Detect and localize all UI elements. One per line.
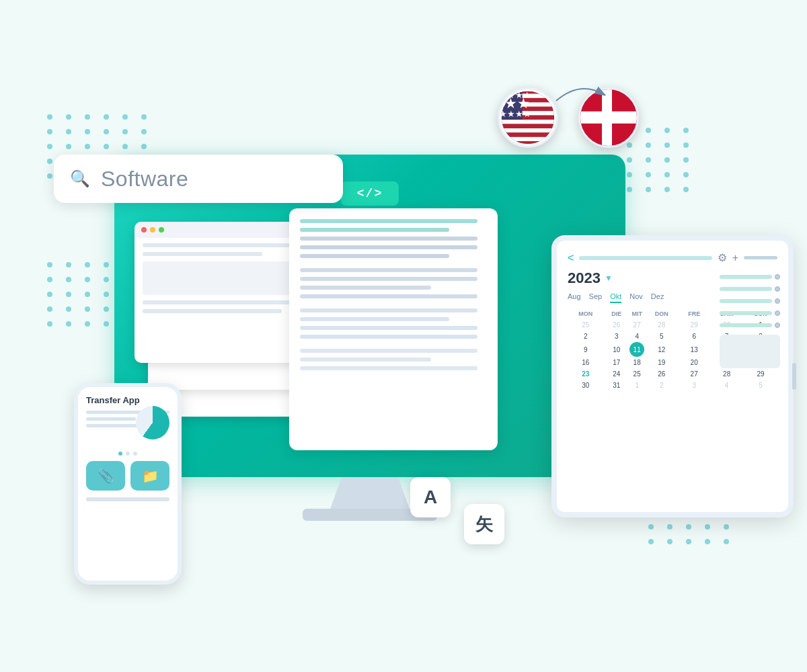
svg-rect-14 xyxy=(500,141,556,145)
monitor-stand xyxy=(330,477,410,511)
dot-3 xyxy=(133,452,137,456)
svg-text:★★★★★: ★★★★★ xyxy=(500,90,531,100)
dot-2 xyxy=(126,452,130,456)
month-okt[interactable]: Okt xyxy=(610,292,621,303)
phone-folder-button[interactable]: 📁 xyxy=(130,461,169,491)
calendar-sidebar-item xyxy=(720,298,780,304)
calendar-nav-bar xyxy=(579,256,712,260)
weekday-mon: MON xyxy=(568,308,604,319)
main-scene: for(let i=0;i<30;i++) document.write('<d… xyxy=(34,34,773,638)
svg-text:★★★★★: ★★★★★ xyxy=(500,109,531,119)
weekday-fre: FRE xyxy=(679,308,709,319)
svg-rect-9 xyxy=(500,120,556,124)
table-row: 30 31 1 2 3 4 5 xyxy=(568,380,777,391)
search-input-value: Software xyxy=(101,167,188,192)
latin-letter: A xyxy=(424,487,437,508)
svg-rect-12 xyxy=(500,132,556,136)
phone-pagination-dots xyxy=(86,452,169,456)
year-dropdown-arrow[interactable]: ▼ xyxy=(605,274,613,283)
phone-footer-bar xyxy=(86,497,169,501)
phone-line xyxy=(86,417,136,421)
month-dez[interactable]: Dez xyxy=(651,292,664,303)
phone-app: Transfer App 📎 📁 xyxy=(74,383,182,585)
dot-1 xyxy=(118,452,122,456)
monitor: </> xyxy=(114,155,625,477)
add-icon[interactable]: + xyxy=(732,252,738,264)
svg-rect-10 xyxy=(500,124,556,128)
weekday-mit: MIT xyxy=(629,308,644,319)
calendar-nav-header: < ⚙ + xyxy=(568,251,777,264)
search-icon: 🔍 xyxy=(70,169,90,188)
settings-icon[interactable]: ⚙ xyxy=(718,251,727,264)
phone-attach-button[interactable]: 📎 xyxy=(86,461,125,491)
calendar-sidebar-block xyxy=(720,335,780,368)
table-row: 23 24 25 26 27 28 29 xyxy=(568,368,777,380)
weekday-die: DIE xyxy=(604,308,630,319)
calendar-sidebar-item xyxy=(720,310,780,316)
phone-app-title: Transfer App xyxy=(86,395,169,405)
svg-rect-13 xyxy=(500,137,556,141)
document-panel xyxy=(289,208,498,450)
month-nov[interactable]: Nov xyxy=(629,292,643,303)
calendar-prev-button[interactable]: < xyxy=(568,252,574,264)
japanese-letter: 矢 xyxy=(475,513,493,536)
dots-topright: for(let i=0;i<20;i++) document.write('<d… xyxy=(627,128,693,192)
calendar-year: 2023 xyxy=(568,269,601,287)
code-tag: </> xyxy=(341,181,399,206)
tablet-side-button xyxy=(792,363,796,390)
tablet-calendar[interactable]: < ⚙ + xyxy=(551,235,794,517)
month-sep[interactable]: Sep xyxy=(589,292,603,303)
search-bar[interactable]: 🔍 Software xyxy=(54,155,343,203)
calendar-icons: ⚙ + xyxy=(718,251,777,264)
calendar-sidebar-item xyxy=(720,286,780,292)
calendar-sidebar-item xyxy=(720,323,780,328)
flag-usa: ★★★ ★★★★★ ★★★★★ xyxy=(498,87,558,148)
phone-donut-chart xyxy=(136,406,169,439)
translation-arrow xyxy=(553,81,607,112)
svg-rect-11 xyxy=(500,128,556,132)
phone-action-buttons[interactable]: 📎 📁 xyxy=(86,461,169,491)
latin-letter-badge: A xyxy=(410,477,451,517)
japanese-letter-badge: 矢 xyxy=(464,504,504,544)
weekday-don: DON xyxy=(644,308,679,319)
calendar-sidebar-item xyxy=(720,274,780,280)
month-aug[interactable]: Aug xyxy=(568,292,581,303)
